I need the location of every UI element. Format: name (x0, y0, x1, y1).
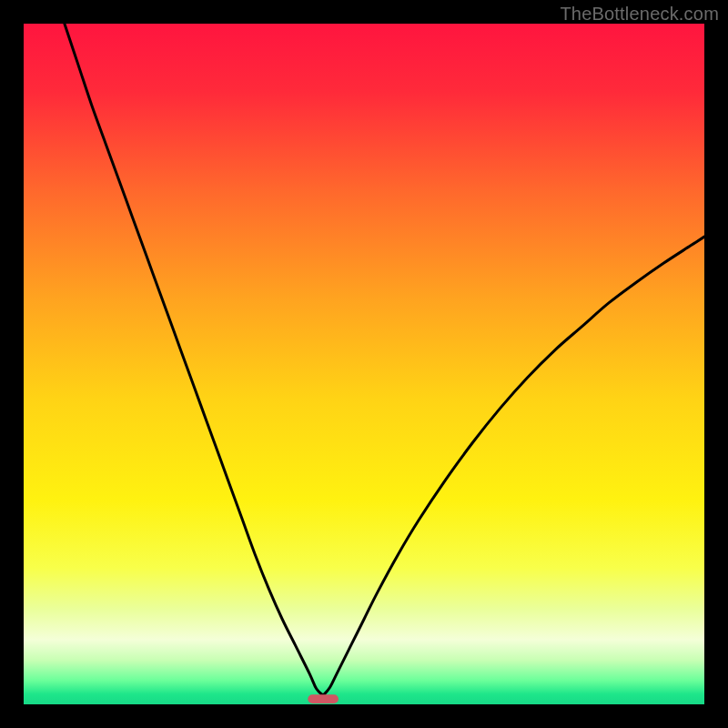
optimal-marker (308, 694, 339, 703)
gradient-background (24, 24, 704, 704)
bottleneck-curve-chart (24, 24, 704, 704)
chart-frame (24, 24, 704, 704)
watermark-text: TheBottleneck.com (560, 4, 719, 25)
